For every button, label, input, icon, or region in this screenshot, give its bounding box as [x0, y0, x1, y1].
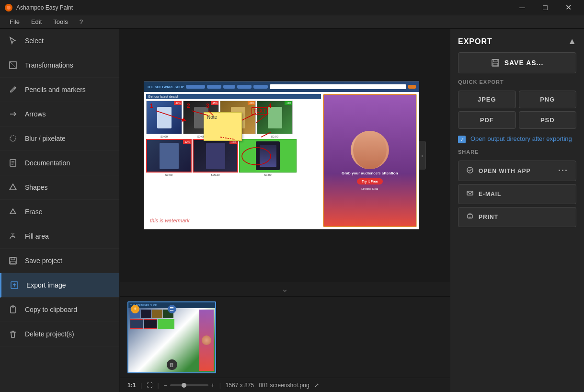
- annotation-watermark: this is watermark: [150, 218, 190, 223]
- export-header: EXPORT ▲: [458, 36, 576, 46]
- svg-rect-14: [11, 307, 15, 313]
- svg-rect-12: [11, 261, 15, 264]
- open-output-dir-checkbox[interactable]: ✓: [458, 136, 466, 143]
- canvas-area: THE SOFTWARE SHOP Get our latest deals!: [120, 29, 450, 392]
- sidebar-label-save: Save project: [25, 257, 62, 265]
- maximize-button[interactable]: □: [534, 0, 556, 15]
- svg-point-0: [7, 6, 11, 10]
- fullscreen-button[interactable]: ⛶: [147, 382, 152, 389]
- filename-label: 001 screenshot.png: [259, 382, 309, 389]
- share-section: OPEN WITH APP ··· E-MAIL PRINT: [458, 161, 576, 227]
- sidebar-item-documentation[interactable]: Documentation: [0, 151, 119, 175]
- sidebar-label-blur: Blur / pixelate: [25, 135, 66, 142]
- shapes-icon: [8, 182, 18, 193]
- status-sep-2: |: [157, 382, 159, 389]
- zoom-out-icon[interactable]: −: [164, 382, 167, 389]
- open-with-app-button[interactable]: OPEN WITH APP ···: [458, 161, 576, 181]
- sidebar-label-pencils: Pencils and markers: [25, 86, 86, 93]
- menu-tools[interactable]: Tools: [47, 16, 73, 27]
- image-dimensions: 1567 x 875: [226, 382, 254, 389]
- annotation-number-1: 1: [150, 103, 153, 109]
- sidebar: Select Transformations Pencils and marke…: [0, 29, 120, 392]
- sidebar-label-select: Select: [25, 37, 44, 45]
- sidebar-item-shapes[interactable]: Shapes: [0, 175, 119, 200]
- chevron-down-icon: ⌄: [281, 284, 288, 294]
- titlebar: Ashampoo Easy Paint ─ □ ✕: [0, 0, 584, 15]
- sidebar-label-fill: Fill area: [25, 232, 49, 240]
- thumbnail-item[interactable]: THE SOFTWARE SHOP: [127, 301, 216, 373]
- sidebar-item-transformations[interactable]: Transformations: [0, 53, 119, 78]
- svg-point-4: [10, 136, 16, 141]
- annotation-number-4: 4: [268, 103, 272, 109]
- sidebar-label-export: Export image: [26, 281, 66, 289]
- sidebar-item-export[interactable]: Export image: [0, 273, 119, 298]
- sidebar-item-select[interactable]: Select: [0, 29, 119, 53]
- email-button[interactable]: E-MAIL: [458, 184, 576, 204]
- print-button[interactable]: PRINT: [458, 207, 576, 227]
- open-with-app-more-icon[interactable]: ···: [558, 166, 568, 176]
- doc-icon: [8, 158, 18, 168]
- export-collapse-button[interactable]: ▲: [568, 36, 576, 46]
- open-with-app-label: OPEN WITH APP: [479, 168, 531, 174]
- collapse-chevron-icon: ‹: [421, 152, 423, 159]
- save-as-label: SAVE AS...: [504, 59, 544, 67]
- scroll-down-indicator[interactable]: ⌄: [120, 282, 450, 296]
- clipboard-icon: [8, 304, 18, 315]
- arrow-icon: [8, 109, 18, 119]
- menu-help[interactable]: ?: [74, 16, 89, 27]
- share-label: SHARE: [458, 149, 576, 155]
- sidebar-item-pencils[interactable]: Pencils and markers: [0, 78, 119, 102]
- menu-file[interactable]: File: [4, 16, 25, 27]
- menu-edit[interactable]: Edit: [25, 16, 47, 27]
- mockup-ad-panel: Grab your audience's attention Try it Fr…: [323, 94, 417, 227]
- quick-export-label: QUICK EXPORT: [458, 79, 576, 85]
- sidebar-item-arrows[interactable]: Arrows: [0, 102, 119, 127]
- close-button[interactable]: ✕: [557, 0, 579, 15]
- export-icon: [9, 280, 20, 290]
- sidebar-item-erase[interactable]: Erase: [0, 200, 119, 224]
- export-panel: EXPORT ▲ SAVE AS... QUICK EXPORT JPEG PN…: [450, 29, 584, 392]
- app-icon: [5, 4, 12, 12]
- app-title: Ashampoo Easy Paint: [16, 4, 511, 11]
- collapse-handle[interactable]: ‹: [419, 141, 426, 170]
- sidebar-item-blur[interactable]: Blur / pixelate: [0, 127, 119, 151]
- sidebar-label-arrows: Arrows: [25, 110, 46, 118]
- format-png-button[interactable]: PNG: [519, 91, 577, 108]
- sidebar-item-save[interactable]: Save project: [0, 249, 119, 273]
- sidebar-item-clipboard[interactable]: Copy to clipboard: [0, 298, 119, 322]
- thumb-trash-icon: 🗑: [167, 359, 177, 370]
- sidebar-label-documentation: Documentation: [25, 159, 70, 167]
- open-with-app-icon: [466, 166, 474, 176]
- zoom-slider-container: − +: [164, 382, 215, 389]
- minimize-button[interactable]: ─: [511, 0, 533, 15]
- svg-marker-9: [10, 184, 16, 190]
- main-layout: Select Transformations Pencils and marke…: [0, 29, 584, 392]
- format-psd-button[interactable]: PSD: [519, 111, 577, 129]
- sidebar-item-delete[interactable]: Delete project(s): [0, 322, 119, 346]
- erase-icon: [8, 207, 18, 217]
- canvas-viewport[interactable]: THE SOFTWARE SHOP Get our latest deals!: [120, 29, 450, 282]
- status-sep-3: |: [219, 382, 221, 389]
- thumb-menu-icon: ☰: [168, 305, 176, 313]
- sidebar-label-transformations: Transformations: [25, 61, 73, 69]
- open-output-dir-row: ✓ Open output directory after exporting: [458, 135, 576, 143]
- zoom-in-icon[interactable]: +: [211, 382, 215, 389]
- trash-icon: [8, 329, 18, 339]
- annotation-number-2: 2: [187, 103, 190, 109]
- format-jpeg-button[interactable]: JPEG: [458, 91, 516, 108]
- print-label: PRINT: [479, 214, 498, 220]
- statusbar: 1:1 | ⛶ | − + | 1567 x 875 001 screensho…: [120, 378, 450, 392]
- annotation-note: Note: [204, 112, 242, 141]
- svg-rect-28: [467, 191, 473, 195]
- open-external-icon[interactable]: ⤢: [314, 382, 319, 389]
- open-output-dir-label: Open output directory after exporting: [470, 135, 572, 143]
- sidebar-label-shapes: Shapes: [25, 184, 47, 191]
- fill-icon: [8, 231, 18, 242]
- crop-icon: [8, 60, 18, 70]
- format-pdf-button[interactable]: PDF: [458, 111, 516, 129]
- annotation-text: TEXT: [252, 107, 268, 115]
- sidebar-item-fill[interactable]: Fill area: [0, 224, 119, 249]
- save-as-button[interactable]: SAVE AS...: [458, 52, 576, 73]
- zoom-slider[interactable]: [170, 384, 208, 386]
- thumb-add-icon: +: [131, 305, 139, 313]
